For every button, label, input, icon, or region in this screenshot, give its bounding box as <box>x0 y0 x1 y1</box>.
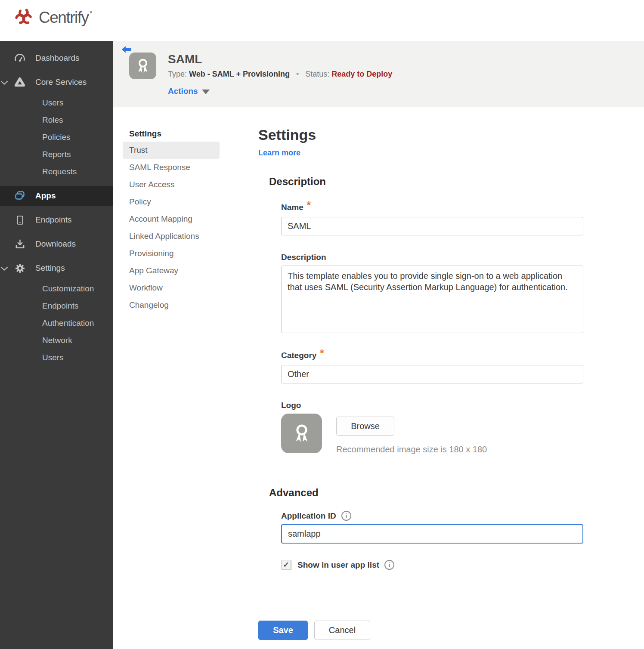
sidebar-item-policies[interactable]: Policies <box>0 129 113 146</box>
description-label: Description <box>281 253 585 262</box>
sidebar-item-label: Settings <box>35 263 65 273</box>
learn-more-link[interactable]: Learn more <box>258 148 300 158</box>
status-label: Status: <box>305 70 329 78</box>
sidebar-item-label: Dashboards <box>35 53 79 63</box>
recommended-size-text: Recommended image size is 180 x 180 <box>336 445 487 454</box>
application-id-field[interactable] <box>281 524 583 544</box>
sidebar-item-label: Endpoints <box>42 301 79 311</box>
actions-label: Actions <box>168 87 198 96</box>
sidebar-item-label: Users <box>42 98 64 108</box>
advanced-section-title: Advanced <box>269 487 585 499</box>
type-value: Web - SAML + Provisioning <box>189 70 290 78</box>
description-section-title: Description <box>269 176 585 188</box>
sidebar-item-downloads[interactable]: Downloads <box>0 232 113 256</box>
page-title: SAML <box>168 53 202 66</box>
subnav-item-saml-response[interactable]: SAML Response <box>123 159 220 176</box>
required-asterisk: * <box>320 347 324 359</box>
sidebar-item-label: Requests <box>42 167 77 176</box>
gear-icon <box>13 263 26 274</box>
subnav-item-changelog[interactable]: Changelog <box>123 297 220 314</box>
subnav-item-account-mapping[interactable]: Account Mapping <box>123 210 220 228</box>
sidebar-item-customization[interactable]: Customization <box>0 280 113 297</box>
subnav-item-trust[interactable]: Trust <box>123 142 220 159</box>
subnav-item-app-gateway[interactable]: App Gateway <box>123 262 220 279</box>
chevron-down-icon <box>1 77 8 87</box>
sidebar-item-label: Endpoints <box>35 215 72 225</box>
sidebar-item-apps[interactable]: Apps <box>0 186 113 206</box>
logo-preview <box>281 414 322 453</box>
cancel-button[interactable]: Cancel <box>314 621 370 640</box>
sidebar: Dashboards Core Services Users Roles Pol… <box>0 41 113 649</box>
subnav-item-linked-applications[interactable]: Linked Applications <box>123 228 220 245</box>
award-ribbon-icon <box>133 56 153 76</box>
sidebar-item-reports[interactable]: Reports <box>0 146 113 163</box>
name-label: Name * <box>281 201 585 213</box>
caret-down-icon <box>202 90 210 94</box>
sidebar-item-settings-users[interactable]: Users <box>0 349 113 366</box>
info-icon[interactable] <box>341 511 351 521</box>
chevron-down-icon <box>1 263 8 273</box>
top-bar: Centrify <box>0 0 644 41</box>
show-in-user-app-list-checkbox[interactable] <box>281 560 291 570</box>
sidebar-item-label: Apps <box>35 191 56 201</box>
sidebar-item-label: Policies <box>42 133 70 142</box>
status-value: Ready to Deploy <box>331 70 392 78</box>
sidebar-item-label: Downloads <box>35 239 76 249</box>
info-icon[interactable] <box>384 560 394 570</box>
settings-panel: Settings Learn more Description Name * D… <box>258 126 585 570</box>
browse-button[interactable]: Browse <box>336 417 394 436</box>
sidebar-item-label: Authentication <box>42 318 94 328</box>
sidebar-item-core-services[interactable]: Core Services <box>0 70 113 94</box>
meta-separator: • <box>296 70 299 78</box>
subnav-item-workflow[interactable]: Workflow <box>123 279 220 297</box>
settings-subnav: Settings Trust SAML Response User Access… <box>123 126 220 314</box>
sidebar-item-authentication[interactable]: Authentication <box>0 315 113 332</box>
sidebar-item-requests[interactable]: Requests <box>0 163 113 180</box>
sidebar-item-roles[interactable]: Roles <box>0 111 113 129</box>
award-ribbon-icon <box>289 421 314 446</box>
name-field[interactable] <box>281 217 583 235</box>
category-field[interactable] <box>281 365 583 383</box>
gauge-icon <box>13 52 26 64</box>
sidebar-item-label: Reports <box>42 150 71 159</box>
sidebar-item-network[interactable]: Network <box>0 332 113 349</box>
logo-label: Logo <box>281 401 585 410</box>
settings-title: Settings <box>258 126 585 143</box>
subnav-item-provisioning[interactable]: Provisioning <box>123 245 220 262</box>
app-header: SAML Type: Web - SAML + Provisioning • S… <box>113 41 644 107</box>
type-label: Type: <box>168 70 187 78</box>
brand-name: Centrify <box>39 9 88 27</box>
sidebar-item-dashboards[interactable]: Dashboards <box>0 46 113 70</box>
category-label: Category * <box>281 349 585 362</box>
actions-dropdown[interactable]: Actions <box>168 87 210 96</box>
centrify-swirl-icon <box>12 5 35 30</box>
sidebar-item-endpoints[interactable]: Endpoints <box>0 208 113 232</box>
download-icon <box>13 238 26 250</box>
subnav-item-user-access[interactable]: User Access <box>123 176 220 193</box>
core-services-icon <box>13 76 26 88</box>
sidebar-item-label: Customization <box>42 284 94 294</box>
save-button[interactable]: Save <box>258 621 308 640</box>
description-field[interactable]: This template enables you to provide sin… <box>281 266 583 333</box>
sidebar-item-settings[interactable]: Settings <box>0 256 113 280</box>
sidebar-item-settings-endpoints[interactable]: Endpoints <box>0 297 113 315</box>
show-in-user-app-list-label: Show in user app list <box>297 560 379 570</box>
sidebar-item-label: Roles <box>42 115 63 125</box>
mobile-device-icon <box>13 215 26 226</box>
subnav-item-policy[interactable]: Policy <box>123 193 220 210</box>
sidebar-item-label: Users <box>42 353 64 362</box>
sidebar-item-users[interactable]: Users <box>0 94 113 111</box>
app-logo-badge <box>129 53 156 79</box>
application-id-label: Application ID <box>281 511 585 521</box>
required-asterisk: * <box>307 199 311 211</box>
form-actions: Save Cancel <box>258 621 370 640</box>
sidebar-item-label: Core Services <box>35 77 87 87</box>
app-meta: Type: Web - SAML + Provisioning • Status… <box>168 70 392 79</box>
sidebar-item-label: Network <box>42 336 72 345</box>
apps-icon <box>13 190 26 202</box>
brand-logo: Centrify <box>12 5 88 30</box>
vertical-divider <box>237 129 237 608</box>
subnav-heading: Settings <box>123 126 220 142</box>
